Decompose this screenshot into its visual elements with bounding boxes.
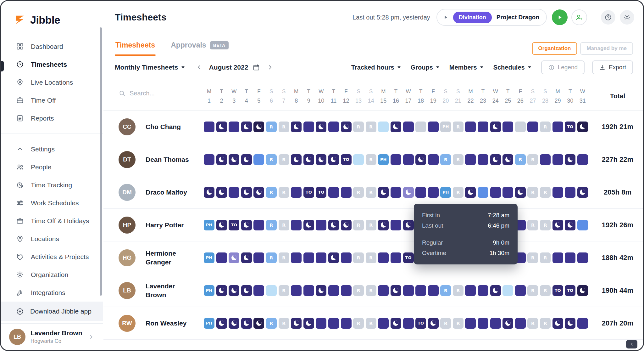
timesheet-day-cell[interactable]: R	[540, 318, 551, 329]
timesheet-day-cell[interactable]	[229, 154, 239, 165]
timesheet-day-cell[interactable]	[341, 122, 352, 132]
profile-section[interactable]: LB Lavender Brown Hogwarts Co	[1, 323, 103, 350]
timesheet-day-cell[interactable]: PH	[378, 154, 389, 165]
timesheet-day-cell[interactable]: R	[353, 252, 364, 263]
timesheet-day-cell[interactable]	[253, 285, 264, 296]
timesheet-day-cell[interactable]: R	[366, 220, 376, 230]
timesheet-day-cell[interactable]	[253, 154, 264, 165]
timesheet-day-cell[interactable]	[229, 122, 239, 132]
timesheet-day-cell[interactable]	[378, 122, 389, 132]
timesheet-day-cell[interactable]: R	[353, 220, 364, 230]
timesheet-day-cell[interactable]: R	[266, 252, 277, 263]
timesheet-day-cell[interactable]	[316, 318, 326, 329]
timesheet-day-cell[interactable]: R	[527, 220, 538, 230]
timesheet-day-cell[interactable]	[552, 252, 563, 263]
timesheet-day-cell[interactable]	[465, 154, 476, 165]
timesheet-day-cell[interactable]: R	[453, 154, 464, 165]
timesheet-day-cell[interactable]	[229, 318, 239, 329]
search-box[interactable]	[119, 90, 177, 97]
brand[interactable]: Jibble	[1, 1, 103, 37]
member-name[interactable]: Ron Weasley	[146, 319, 192, 327]
timesheet-day-cell[interactable]	[565, 187, 575, 198]
timesheet-day-cell[interactable]	[490, 318, 501, 329]
timesheet-day-cell[interactable]	[515, 285, 526, 296]
download-app-button[interactable]: Download Jibble app	[1, 302, 103, 321]
timesheet-day-cell[interactable]	[303, 318, 314, 329]
timesheet-day-cell[interactable]: R	[453, 318, 464, 329]
timesheet-day-cell[interactable]: R	[279, 285, 289, 296]
timesheet-day-cell[interactable]: R	[279, 252, 289, 263]
timesheet-day-cell[interactable]	[565, 220, 575, 230]
timesheet-day-cell[interactable]	[229, 252, 239, 263]
timesheet-day-cell[interactable]: R	[353, 187, 364, 198]
timesheet-day-cell[interactable]	[316, 122, 326, 132]
timesheet-day-cell[interactable]	[478, 318, 488, 329]
timesheet-day-cell[interactable]	[216, 122, 227, 132]
add-person-button[interactable]	[571, 9, 587, 25]
timesheet-day-cell[interactable]: PH	[204, 220, 214, 230]
timesheet-day-cell[interactable]	[577, 187, 588, 198]
timesheet-day-cell[interactable]	[428, 122, 439, 132]
timesheet-day-cell[interactable]	[229, 285, 239, 296]
sidebar-scrollbar[interactable]	[100, 27, 102, 296]
timesheet-day-cell[interactable]: R	[453, 122, 464, 132]
timesheet-day-cell[interactable]: TO	[565, 122, 575, 132]
member-name[interactable]: Lavender Brown	[146, 281, 192, 299]
timesheet-day-cell[interactable]: R	[366, 154, 376, 165]
timesheet-day-cell[interactable]	[465, 122, 476, 132]
timesheet-day-cell[interactable]	[478, 285, 488, 296]
timesheet-day-cell[interactable]: PH	[440, 122, 451, 132]
timesheet-day-cell[interactable]	[502, 122, 513, 132]
timesheet-day-cell[interactable]: R	[353, 285, 364, 296]
timesheet-day-cell[interactable]	[316, 154, 326, 165]
timesheet-day-cell[interactable]: R	[366, 252, 376, 263]
timesheet-day-cell[interactable]	[391, 220, 401, 230]
timesheet-day-cell[interactable]	[328, 318, 339, 329]
timesheet-day-cell[interactable]	[328, 220, 339, 230]
timesheet-day-cell[interactable]	[253, 318, 264, 329]
timesheet-day-cell[interactable]	[391, 252, 401, 263]
timesheet-day-cell[interactable]	[552, 122, 563, 132]
timesheet-day-cell[interactable]: R	[366, 122, 376, 132]
timesheet-day-cell[interactable]: R	[353, 318, 364, 329]
timesheet-day-cell[interactable]	[490, 154, 501, 165]
timesheet-day-cell[interactable]	[403, 318, 414, 329]
tab-timesheets[interactable]: Timesheets	[115, 41, 156, 56]
timesheet-day-cell[interactable]: R	[266, 187, 277, 198]
timesheet-day-cell[interactable]	[465, 285, 476, 296]
timesheet-day-cell[interactable]	[391, 154, 401, 165]
timesheet-day-cell[interactable]: R	[266, 220, 277, 230]
timesheet-day-cell[interactable]	[241, 285, 252, 296]
timesheet-day-cell[interactable]	[515, 318, 526, 329]
view-selector-dropdown[interactable]: Monthly Timesheets	[115, 64, 185, 71]
timesheet-day-cell[interactable]	[216, 252, 227, 263]
timesheet-day-cell[interactable]: R	[453, 285, 464, 296]
groups-dropdown[interactable]: Groups	[411, 64, 439, 71]
timesheet-day-cell[interactable]	[565, 318, 575, 329]
timesheet-day-cell[interactable]	[565, 154, 575, 165]
timesheet-day-cell[interactable]	[478, 122, 488, 132]
timesheet-day-cell[interactable]	[241, 252, 252, 263]
timesheet-day-cell[interactable]	[577, 252, 588, 263]
timesheet-day-cell[interactable]	[291, 252, 302, 263]
timesheet-day-cell[interactable]	[241, 154, 252, 165]
timesheet-day-cell[interactable]	[328, 154, 339, 165]
timesheet-day-cell[interactable]	[403, 187, 414, 198]
timesheet-day-cell[interactable]	[316, 220, 326, 230]
timesheet-day-cell[interactable]: PH	[204, 285, 214, 296]
timesheet-day-cell[interactable]	[391, 122, 401, 132]
timesheet-day-cell[interactable]	[552, 318, 563, 329]
timesheet-day-cell[interactable]	[378, 187, 389, 198]
project-name[interactable]: Project Dragon	[497, 14, 539, 21]
timesheet-day-cell[interactable]	[465, 187, 476, 198]
search-input[interactable]	[130, 90, 177, 97]
timesheet-day-cell[interactable]	[328, 285, 339, 296]
timesheet-day-cell[interactable]	[341, 220, 352, 230]
sidebar-item-organization[interactable]: Organization	[1, 266, 103, 284]
sidebar-item-locations[interactable]: Locations	[1, 230, 103, 248]
timesheet-day-cell[interactable]	[216, 285, 227, 296]
timesheet-day-cell[interactable]	[502, 318, 513, 329]
tracked-hours-dropdown[interactable]: Tracked hours	[351, 64, 401, 71]
timesheet-day-cell[interactable]	[577, 154, 588, 165]
sidebar-item-integrations[interactable]: Integrations	[1, 284, 103, 302]
